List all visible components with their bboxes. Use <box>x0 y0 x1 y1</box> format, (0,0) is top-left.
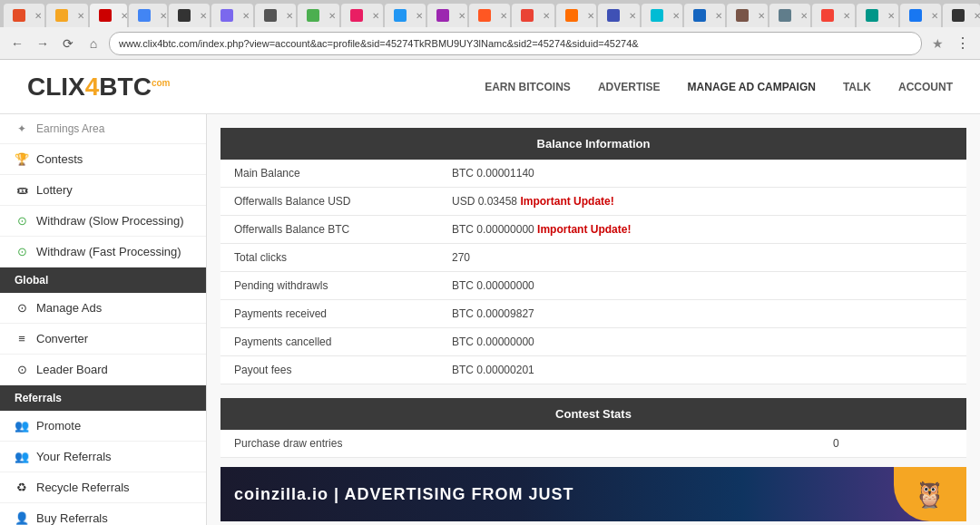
nav-links: EARN BITCOINS ADVERTISE MANAGE AD CAMPAI… <box>485 81 953 93</box>
contest-stats-table: Contest Stats Purchase draw entries0 <box>220 398 966 458</box>
balance-value-cell: BTC 0.00000000 <box>438 328 966 356</box>
withdraw-slow-icon: ⊙ <box>15 214 29 228</box>
important-update: Important Update! <box>537 223 631 236</box>
main-layout: ✦ Earnings Area 🏆 Contests 🎟 Lottery ⊙ W… <box>0 114 980 525</box>
bookmark-button[interactable]: ★ <box>927 34 947 53</box>
sidebar-section-referrals: Referrals <box>0 385 206 411</box>
menu-button[interactable]: ⋮ <box>953 34 973 53</box>
sidebar-item-your-referrals[interactable]: 👥 Your Referrals <box>0 442 206 472</box>
sidebar-item-lottery[interactable]: 🎟 Lottery <box>0 175 206 206</box>
browser-tab-19[interactable]: n...✕ <box>769 4 810 27</box>
sidebar-section-global: Global <box>0 267 206 293</box>
browser-tab-3[interactable]: C✕ <box>90 4 127 27</box>
manage-ads-icon: ⊙ <box>15 301 29 315</box>
balance-value: BTC 0.00000000 <box>452 223 534 236</box>
sidebar-buy-referrals-label: Buy Referrals <box>36 511 108 525</box>
browser-tab-11[interactable]: v...✕ <box>427 4 468 27</box>
sidebar-withdraw-fast-label: Withdraw (Fast Processing) <box>36 245 181 258</box>
balance-value: BTC 0.00000000 <box>452 279 534 292</box>
sidebar-item-earnings-area[interactable]: ✦ Earnings Area <box>0 114 206 144</box>
buy-referrals-icon: 👤 <box>15 511 29 525</box>
browser-tab-2[interactable]: 0...✕ <box>46 4 87 27</box>
sidebar-item-contests[interactable]: 🏆 Contests <box>0 144 206 175</box>
browser-tab-8[interactable]: k...✕ <box>298 4 338 27</box>
page: CLIX4BTCcom EARN BITCOINS ADVERTISE MANA… <box>0 60 980 525</box>
balance-label: Total clicks <box>220 244 438 272</box>
browser-tab-17[interactable]: P...✕ <box>684 4 725 27</box>
balance-row: Pending withdrawlsBTC 0.00000000 <box>220 272 966 300</box>
sidebar-item-converter[interactable]: ≡ Converter <box>0 324 206 355</box>
browser-tab-5[interactable]: b...✕ <box>169 4 210 27</box>
sidebar-item-withdraw-slow[interactable]: ⊙ Withdraw (Slow Processing) <box>0 206 206 237</box>
browser-tab-10[interactable]: x...✕ <box>385 4 426 27</box>
browser-tab-12[interactable]: v...✕ <box>469 4 510 27</box>
browser-tab-6[interactable]: w...✕ <box>211 4 253 27</box>
sidebar-leader-board-label: Leader Board <box>36 363 108 376</box>
top-nav: CLIX4BTCcom EARN BITCOINS ADVERTISE MANA… <box>0 60 980 114</box>
balance-value: USD 0.03458 <box>452 195 517 208</box>
forward-button[interactable]: → <box>33 34 53 53</box>
logo-text: CLIX4BTCcom <box>27 73 170 102</box>
sidebar-item-promote[interactable]: 👥 Promote <box>0 411 206 442</box>
browser-tabs: o...✕0...✕C✕C✕b...✕w...✕k...✕k...✕A...✕x… <box>0 0 980 27</box>
browser-tab-21[interactable]: E...✕ <box>857 4 898 27</box>
balance-label: Main Balance <box>220 160 438 188</box>
browser-tab-7[interactable]: k...✕ <box>255 4 296 27</box>
ad-banner[interactable]: coinzilla.io | ADVERTISING FROM JUST 🦉 <box>220 467 966 521</box>
sidebar-item-manage-ads[interactable]: ⊙ Manage Ads <box>0 293 206 324</box>
important-update: Important Update! <box>520 195 613 208</box>
logo[interactable]: CLIX4BTCcom <box>27 73 170 102</box>
contest-stats-title: Contest Stats <box>220 398 966 430</box>
browser-tab-9[interactable]: A...✕ <box>341 4 383 27</box>
sidebar-lottery-label: Lottery <box>36 183 73 197</box>
address-bar[interactable] <box>109 32 922 55</box>
balance-label: Offerwalls Balance USD <box>220 188 438 216</box>
balance-row: Offerwalls Balance BTCBTC 0.00000000 Imp… <box>220 216 966 244</box>
sidebar-item-withdraw-fast[interactable]: ⊙ Withdraw (Fast Processing) <box>0 237 206 267</box>
nav-account[interactable]: ACCOUNT <box>898 81 953 93</box>
browser-tab-4[interactable]: C✕ <box>129 4 166 27</box>
contest-row: Purchase draw entries0 <box>220 430 966 458</box>
balance-label: Payments cancelled <box>220 328 438 356</box>
browser-tab-22[interactable]: F...✕ <box>900 4 941 27</box>
contests-icon: 🏆 <box>15 152 29 166</box>
contest-value: 0 <box>819 430 966 458</box>
browser-chrome: o...✕0...✕C✕C✕b...✕w...✕k...✕k...✕A...✕x… <box>0 0 980 60</box>
content-area: Balance Information Main BalanceBTC 0.00… <box>207 114 980 525</box>
browser-tab-16[interactable]: T...✕ <box>642 4 682 27</box>
balance-value: BTC 0.00009827 <box>452 307 534 320</box>
balance-info-table: Balance Information Main BalanceBTC 0.00… <box>220 128 966 384</box>
nav-manage-ad-campaign[interactable]: MANAGE AD CAMPAIGN <box>688 81 816 93</box>
balance-value-cell: BTC 0.00000000 <box>438 272 966 300</box>
sidebar-item-buy-referrals[interactable]: 👤 Buy Referrals <box>0 503 206 525</box>
browser-tab-15[interactable]: E...✕ <box>598 4 640 27</box>
browser-tab-1[interactable]: o...✕ <box>4 4 44 27</box>
sidebar-item-recycle-referrals[interactable]: ♻ Recycle Referrals <box>0 472 206 503</box>
browser-tab-23[interactable]: X✕ <box>943 4 980 27</box>
reload-button[interactable]: ⟳ <box>58 34 78 53</box>
balance-value: BTC 0.00000201 <box>452 364 534 376</box>
balance-value: BTC 0.00000000 <box>452 335 534 348</box>
nav-advertise[interactable]: ADVERTISE <box>598 81 661 93</box>
nav-talk[interactable]: TALK <box>843 81 871 93</box>
home-button[interactable]: ⌂ <box>83 34 103 53</box>
browser-tab-18[interactable]: v...✕ <box>727 4 768 27</box>
balance-value: 270 <box>452 251 470 264</box>
back-button[interactable]: ← <box>7 34 27 53</box>
sidebar-your-referrals-label: Your Referrals <box>36 450 112 463</box>
nav-earn-bitcoins[interactable]: EARN BITCOINS <box>485 81 571 93</box>
earnings-label: Earnings Area <box>36 122 104 135</box>
browser-tab-14[interactable]: r...✕ <box>556 4 596 27</box>
balance-row: Payout feesBTC 0.00000201 <box>220 356 966 384</box>
balance-value-cell: BTC 0.00009827 <box>438 300 966 328</box>
sidebar-contests-label: Contests <box>36 152 83 166</box>
browser-tab-20[interactable]: C...✕ <box>812 4 854 27</box>
balance-label: Payout fees <box>220 356 438 384</box>
sidebar: ✦ Earnings Area 🏆 Contests 🎟 Lottery ⊙ W… <box>0 114 207 525</box>
leader-board-icon: ⊙ <box>15 363 29 376</box>
browser-tab-13[interactable]: G...✕ <box>512 4 554 27</box>
contest-label: Purchase draw entries <box>220 430 819 458</box>
sidebar-recycle-referrals-label: Recycle Referrals <box>36 481 130 494</box>
balance-value-cell: 270 <box>438 244 966 272</box>
sidebar-item-leader-board[interactable]: ⊙ Leader Board <box>0 355 206 385</box>
